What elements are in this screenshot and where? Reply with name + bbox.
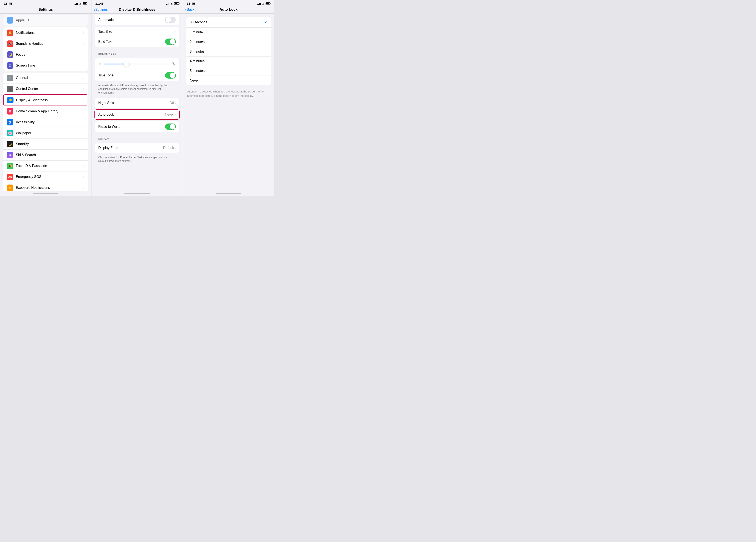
autolock-checkmark: ✓ [264,20,267,25]
autolock-option-5m[interactable]: 5 minutes [186,66,271,76]
general-icon: ⚙️ [7,75,13,81]
partial-icon: 👤 [7,17,13,24]
nav-back-2[interactable]: ‹ Settings [94,8,108,12]
settings-row-exposure[interactable]: ☀️ Exposure Notifications › [3,182,88,191]
settings-row-notifications[interactable]: 🔔 Notifications › [3,27,88,38]
nav-bar-1: Settings [0,6,91,14]
status-time-3: 11:45 [187,2,195,5]
wifi-icon-1: ▲ [79,2,82,5]
night-shift-row[interactable]: Night Shift Off › [95,98,179,108]
focus-icon: 🌙 [7,51,13,58]
autolock-highlight-border: Auto-Lock Never › [94,109,180,120]
autolock-option-2m[interactable]: 2 minutes [186,37,271,47]
settings-row-general[interactable]: ⚙️ General › [3,73,88,84]
homescreen-icon: ⊞ [7,108,13,115]
signal-icon-2 [166,2,169,5]
autolock-option-1m[interactable]: 1 minute [186,28,271,37]
settings-row-wallpaper[interactable]: 🌸 Wallpaper › [3,128,88,139]
screentime-icon: ⏳ [7,62,13,69]
wifi-icon-3: ▲ [262,2,264,5]
panel-autolock: 11:45 ▲ ‹ Back Auto-Lock 30 seconds ✓ [183,0,274,196]
brightness-slider-row[interactable]: ☀ ☀ [95,58,179,70]
back-chevron-icon-3: ‹ [185,8,186,12]
display-zoom-row[interactable]: Display Zoom Default › [95,143,179,153]
automatic-row[interactable]: Automatic [95,15,179,25]
home-indicator-2 [91,191,183,196]
autolock-option-3m[interactable]: 3 minutes [186,47,271,57]
attention-note: Attention is detected when you are looki… [183,87,274,100]
nav-bar-3: ‹ Back Auto-Lock [183,6,274,14]
nav-title-2: Display & Brightness [119,7,155,12]
settings-row-accessibility[interactable]: ♿ Accessibility › [3,117,88,128]
nav-back-3[interactable]: ‹ Back [185,8,194,12]
autolock-option-30s[interactable]: 30 seconds ✓ [186,17,271,28]
faceid-icon: 😀 [7,163,13,169]
display-brightness-highlighted: ☀️ Display & Brightness › [3,94,88,106]
panel-display-brightness: 11:45 ▲ ‹ Settings Display & Brightness … [91,0,183,196]
settings-group-2: ⚙️ General › ⊞ Control Center › ☀️ Displ… [3,73,88,191]
status-icons-3: ▲ [257,2,270,5]
display-icon: ☀️ [7,97,13,103]
display-zoom-note: Choose a view for iPhone. Larger Text sh… [91,154,183,165]
home-indicator-3 [183,191,274,196]
autolock-section-wrapper: Auto-Lock Never › [94,109,180,120]
bold-text-toggle[interactable] [165,39,176,45]
settings-row-emergencysos[interactable]: SOS Emergency SOS › [3,172,88,182]
true-tone-row[interactable]: True Tone [95,70,179,81]
settings-row-siri[interactable]: ◉ Siri & Search › [3,150,88,161]
bold-text-row[interactable]: Bold Text [95,36,179,47]
nav-title-3: Auto-Lock [220,7,238,12]
nav-bar-2: ‹ Settings Display & Brightness [91,6,183,14]
sounds-icon: 🔊 [7,40,13,47]
nav-title-1: Settings [38,7,53,12]
autolock-option-4m[interactable]: 4 minutes [186,57,271,66]
battery-icon-3 [266,2,270,5]
appearance-section-partial: Automatic [95,15,179,25]
battery-icon-1 [83,2,87,5]
settings-row-standby[interactable]: 🌙 StandBy › [3,139,88,150]
settings-row-focus[interactable]: 🌙 Focus › [3,49,88,60]
text-size-row[interactable]: Text Size › [95,27,179,36]
settings-row-display[interactable]: ☀️ Display & Brightness › [4,95,88,106]
controlcenter-icon: ⊞ [7,86,13,92]
brightness-section: ☀ ☀ True Tone [95,58,179,81]
battery-icon-2 [174,2,179,5]
status-time-2: 11:45 [95,2,103,5]
emergencysos-icon: SOS [7,174,13,180]
notifications-icon: 🔔 [7,30,13,36]
brightness-slider[interactable] [103,64,169,64]
autolock-options-section: 30 seconds ✓ 1 minute 2 minutes 3 minute… [186,17,271,85]
text-section: Text Size › Bold Text [95,27,179,47]
nav-back-label-2: Settings [95,8,108,12]
home-indicator-1 [0,191,91,196]
status-icons-2: ▲ [166,2,179,5]
true-tone-toggle[interactable] [165,72,176,79]
settings-row-homescreen[interactable]: ⊞ Home Screen & App Library › [3,106,88,117]
brightness-low-icon: ☀ [98,62,101,66]
settings-row-screentime[interactable]: ⏳ Screen Time › [3,60,88,71]
settings-row-sounds[interactable]: 🔊 Sounds & Haptics › [3,38,88,49]
back-chevron-icon-2: ‹ [94,8,95,12]
brightness-section-label: BRIGHTNESS [91,49,183,57]
standby-icon: 🌙 [7,141,13,147]
display-section-label: DISPLAY [91,134,183,142]
status-time-1: 11:45 [4,2,12,5]
raise-to-wake-row[interactable]: Raise to Wake [95,121,179,132]
settings-row-faceid[interactable]: 😀 Face ID & Passcode › [3,161,88,172]
autolock-option-never[interactable]: Never [186,76,271,85]
brightness-high-icon: ☀ [172,61,176,67]
automatic-toggle[interactable] [165,17,176,23]
settings-scroll[interactable]: 👤 Apple ID › 🔔 Notifications › 🔊 Sounds … [0,14,91,191]
autolock-row[interactable]: Auto-Lock Never › [95,110,179,119]
status-bar-2: 11:45 ▲ [91,0,183,6]
true-tone-note: Automatically adapt iPhone display based… [91,82,183,97]
nav-back-label-3: Back [187,8,194,12]
signal-icon-1 [75,2,78,5]
autolock-scroll[interactable]: 30 seconds ✓ 1 minute 2 minutes 3 minute… [183,14,274,191]
raise-to-wake-toggle[interactable] [165,124,176,130]
status-bar-1: 11:45 ▲ [0,0,91,6]
display-scroll[interactable]: Automatic Text Size › Bold Text BRIGHTNE… [91,14,183,191]
settings-row-controlcenter[interactable]: ⊞ Control Center › [3,84,88,94]
accessibility-icon: ♿ [7,119,13,126]
raise-section: Raise to Wake [95,121,179,132]
